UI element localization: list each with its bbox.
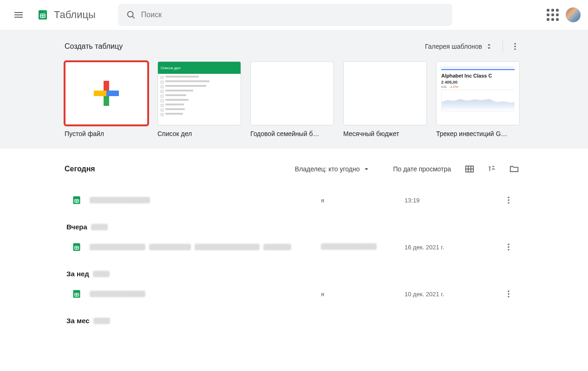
file-date: 13:19 xyxy=(405,197,497,204)
sort-label: По дате просмотра xyxy=(387,165,457,173)
file-more-button[interactable] xyxy=(500,239,517,255)
template-card[interactable]: Месячный бюджет xyxy=(343,61,427,137)
account-avatar[interactable] xyxy=(566,7,581,22)
time-group-title: За нед xyxy=(66,270,523,278)
search-icon xyxy=(126,10,136,20)
search-button[interactable] xyxy=(122,6,140,24)
template-gallery-button[interactable]: Галерея шаблонов xyxy=(419,38,499,55)
sheets-file-icon xyxy=(68,289,85,299)
apps-grid-icon xyxy=(547,9,559,21)
file-more-button[interactable] xyxy=(500,286,517,302)
file-row[interactable]: я13:19 xyxy=(65,187,523,214)
file-date: 10 дек. 2021 г. xyxy=(405,291,497,298)
search-wrap xyxy=(118,4,538,26)
templates-more-button[interactable] xyxy=(507,38,523,55)
template-label: Трекер инвестиций G… xyxy=(436,130,520,137)
template-preview-icon: Список дел xyxy=(158,62,241,125)
sheets-file-icon xyxy=(68,195,85,205)
folder-icon xyxy=(509,164,519,174)
hamburger-icon xyxy=(13,9,24,20)
templates-section: Создать таблицу Галерея шаблонов Пустой … xyxy=(0,30,588,149)
sheets-logo-icon xyxy=(33,6,52,24)
time-group-title: Вчера xyxy=(66,223,523,231)
separator xyxy=(503,40,503,53)
template-label: Пустой файл xyxy=(65,130,148,137)
template-thumb: Alphabet Inc Class C2 405,000,01-1,17% xyxy=(436,61,520,125)
more-vert-icon xyxy=(504,242,513,252)
file-more-button[interactable] xyxy=(500,192,517,208)
template-thumb xyxy=(65,61,148,125)
sort-options-button[interactable] xyxy=(483,160,501,178)
template-preview-icon: Alphabet Inc Class C2 405,000,01-1,17% xyxy=(437,62,519,125)
svg-point-20 xyxy=(508,293,509,294)
svg-point-4 xyxy=(514,46,516,47)
main-menu-button[interactable] xyxy=(7,4,30,26)
svg-point-16 xyxy=(508,249,509,250)
files-toolbar: Сегодня Владелец: кто угодно По дате про… xyxy=(65,158,523,180)
app-header: Таблицы xyxy=(0,0,588,30)
search-box[interactable] xyxy=(118,4,452,26)
template-gallery-label: Галерея шаблонов xyxy=(425,43,482,50)
template-label: Список дел xyxy=(157,130,241,137)
template-thumb: Список дел xyxy=(157,61,241,125)
template-card[interactable]: Пустой файл xyxy=(65,61,148,137)
file-owner: я xyxy=(321,291,405,298)
file-owner xyxy=(321,243,405,251)
template-thumb xyxy=(343,61,427,125)
template-card[interactable]: Список делСписок дел xyxy=(157,61,241,137)
svg-point-5 xyxy=(514,48,516,50)
google-apps-button[interactable] xyxy=(542,4,564,26)
app-title: Таблицы xyxy=(54,9,96,21)
file-owner: я xyxy=(321,197,405,204)
grid-view-button[interactable] xyxy=(460,160,479,178)
file-date: 16 дек. 2021 г. xyxy=(405,244,497,251)
template-card[interactable]: Alphabet Inc Class C2 405,000,01-1,17%Тр… xyxy=(436,61,520,137)
svg-point-19 xyxy=(508,291,509,292)
svg-point-10 xyxy=(508,199,509,201)
svg-point-11 xyxy=(508,202,509,203)
file-row[interactable]: 16 дек. 2021 г. xyxy=(65,234,523,260)
search-input[interactable] xyxy=(140,10,449,20)
unfold-icon xyxy=(485,42,493,51)
more-vert-icon xyxy=(504,289,513,299)
template-label: Месячный бюджет xyxy=(343,130,427,137)
svg-point-21 xyxy=(508,296,509,297)
template-card[interactable]: Годовой семейный б… xyxy=(250,61,334,137)
file-name xyxy=(90,291,321,297)
templates-section-title: Создать таблицу xyxy=(65,42,123,51)
grid-view-icon xyxy=(464,164,475,174)
svg-point-3 xyxy=(514,43,516,45)
sort-az-icon xyxy=(487,164,497,174)
sheets-file-icon xyxy=(68,242,85,252)
file-row[interactable]: я10 дек. 2021 г. xyxy=(65,280,523,307)
svg-point-15 xyxy=(508,246,509,247)
dropdown-icon xyxy=(362,165,371,173)
file-name xyxy=(90,244,321,250)
template-thumb xyxy=(250,61,334,125)
svg-point-14 xyxy=(508,244,509,245)
template-label: Годовой семейный б… xyxy=(250,130,334,137)
time-group-title: За мес xyxy=(66,317,523,325)
files-section: Сегодня Владелец: кто угодно По дате про… xyxy=(0,149,588,346)
owner-filter-label: Владелец: кто угодно xyxy=(295,165,360,173)
file-name xyxy=(90,197,321,203)
time-group-title: Сегодня xyxy=(65,165,95,173)
more-vert-icon xyxy=(510,42,520,51)
more-vert-icon xyxy=(504,195,513,205)
svg-point-2 xyxy=(128,12,133,17)
svg-point-9 xyxy=(508,197,509,198)
plus-icon xyxy=(94,81,119,106)
open-file-picker-button[interactable] xyxy=(505,160,523,178)
owner-filter-button[interactable]: Владелец: кто угодно xyxy=(291,161,384,177)
